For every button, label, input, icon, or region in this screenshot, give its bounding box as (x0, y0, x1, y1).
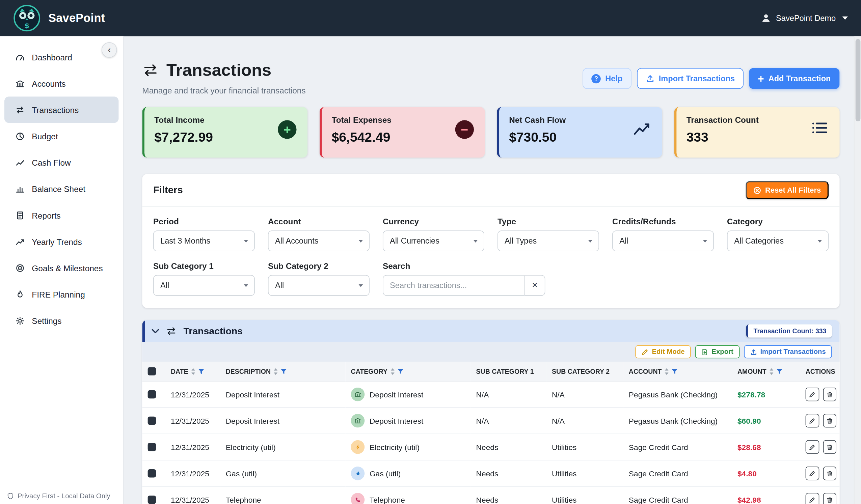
sidebar-item-cash-flow[interactable]: Cash Flow (4, 150, 119, 176)
filter-funnel-icon[interactable] (397, 368, 403, 374)
column-header-category[interactable]: CATEGORY (351, 367, 404, 375)
reset-all-filters-button[interactable]: Reset All Filters (746, 181, 829, 199)
category-select-value: All Categories (734, 237, 784, 245)
user-name: SavePoint Demo (776, 14, 836, 23)
sidebar-item-fire-planning[interactable]: FIRE Planning (4, 281, 119, 307)
sub-category-1-select[interactable]: All (153, 275, 255, 296)
select-all-checkbox[interactable] (148, 367, 156, 375)
table-row: 12/31/2025 Electricity (util) Electricit… (142, 434, 839, 460)
column-header-description[interactable]: DESCRIPTION (226, 367, 287, 375)
period-select[interactable]: Last 3 Months (153, 230, 255, 251)
import-transactions-button[interactable]: Import Transactions (637, 68, 744, 89)
transactions-section-icon (166, 326, 177, 336)
delete-row-button[interactable] (823, 440, 836, 454)
sidebar-item-goals[interactable]: Goals & Milestones (4, 255, 119, 281)
flame-icon (15, 290, 25, 299)
filter-funnel-icon[interactable] (281, 368, 287, 374)
brand[interactable]: $ SavePoint (13, 4, 105, 32)
delete-row-button[interactable] (823, 414, 836, 428)
cell-date: 12/31/2025 (165, 434, 220, 460)
search-input[interactable] (383, 275, 524, 296)
topbar: $ SavePoint SavePoint Demo (0, 0, 861, 36)
clear-search-button[interactable]: × (524, 275, 545, 296)
privacy-footer-label: Privacy First - Local Data Only (17, 492, 110, 500)
vertical-scrollbar[interactable] (854, 36, 861, 504)
filter-type: Type All Types (497, 217, 599, 251)
sidebar-item-reports[interactable]: Reports (4, 202, 119, 228)
x-circle-icon (754, 186, 762, 194)
sidebar-item-label: Yearly Trends (32, 237, 82, 246)
type-select-value: All Types (505, 237, 537, 245)
row-checkbox[interactable] (148, 495, 156, 504)
reset-button-label: Reset All Filters (765, 186, 821, 194)
total-income-card: Total Income $7,272.99 + (142, 107, 308, 157)
sidebar-item-yearly-trends[interactable]: Yearly Trends (4, 228, 119, 255)
import-transactions-toolbar-button[interactable]: Import Transactions (744, 345, 832, 358)
scrollbar-thumb[interactable] (856, 39, 861, 122)
category-select[interactable]: All Categories (727, 230, 829, 251)
column-label: SUB CATEGORY 2 (552, 367, 610, 375)
filter-funnel-icon[interactable] (198, 368, 204, 374)
edit-row-button[interactable] (806, 414, 819, 428)
credits-refunds-select[interactable]: All (612, 230, 714, 251)
cell-description: Electricity (util) (220, 434, 345, 460)
total-expenses-card: Total Expenses $6,542.49 − (319, 107, 485, 157)
transactions-table-panel: Transactions Transaction Count: 333 Edit… (142, 320, 839, 504)
add-transaction-button[interactable]: + Add Transaction (749, 68, 840, 89)
help-button[interactable]: ? Help (583, 68, 631, 89)
delete-row-button[interactable] (823, 388, 836, 402)
delete-row-button[interactable] (823, 493, 836, 504)
column-header-account[interactable]: ACCOUNT (629, 367, 678, 375)
cell-amount: $28.68 (732, 434, 800, 460)
row-checkbox[interactable] (148, 390, 156, 398)
filter-funnel-icon[interactable] (672, 368, 678, 374)
cell-amount: $4.80 (732, 460, 800, 487)
bar-chart-icon (15, 184, 25, 194)
edit-row-button[interactable] (806, 493, 819, 504)
edit-mode-button[interactable]: Edit Mode (636, 345, 691, 358)
user-menu[interactable]: SavePoint Demo (761, 13, 848, 23)
pencil-icon (809, 496, 816, 503)
filter-credits-refunds: Credits/Refunds All (612, 217, 714, 251)
chevron-down-icon (843, 16, 848, 20)
account-select[interactable]: All Accounts (268, 230, 370, 251)
sidebar-item-label: Goals & Milestones (32, 263, 102, 272)
sub-category-2-select[interactable]: All (268, 275, 370, 296)
row-checkbox[interactable] (148, 443, 156, 451)
column-label: DESCRIPTION (226, 367, 271, 375)
trash-icon (826, 391, 833, 398)
column-header-sub-category-1[interactable]: SUB CATEGORY 1 (476, 367, 534, 375)
type-select[interactable]: All Types (497, 230, 599, 251)
column-header-amount[interactable]: AMOUNT (737, 367, 782, 375)
cell-account: Sage Credit Card (624, 434, 732, 460)
filter-sub-category-2: Sub Category 2 All (268, 261, 370, 295)
sidebar-collapse-button[interactable]: ‹ (101, 42, 117, 58)
sidebar-item-transactions[interactable]: Transactions (4, 97, 119, 123)
filter-label: Category (727, 217, 829, 226)
sidebar-item-settings[interactable]: Settings (4, 307, 119, 334)
export-button[interactable]: Export (695, 345, 739, 358)
sidebar-item-accounts[interactable]: Accounts (4, 70, 119, 97)
sidebar-item-label: Transactions (32, 105, 79, 115)
transactions-title-icon (142, 63, 159, 77)
column-header-actions: ACTIONS (806, 367, 835, 375)
cell-sub1: N/A (470, 381, 546, 407)
dashboard-icon (15, 52, 25, 62)
delete-row-button[interactable] (823, 466, 836, 480)
transactions-section-header[interactable]: Transactions Transaction Count: 333 (142, 320, 839, 342)
chevron-down-icon[interactable] (152, 328, 159, 334)
currency-select[interactable]: All Currencies (383, 230, 484, 251)
sidebar-item-balance-sheet[interactable]: Balance Sheet (4, 176, 119, 202)
row-checkbox[interactable] (148, 417, 156, 425)
column-header-sub-category-2[interactable]: SUB CATEGORY 2 (552, 367, 610, 375)
close-icon: × (532, 280, 538, 291)
edit-row-button[interactable] (806, 388, 819, 402)
target-icon (15, 263, 25, 272)
edit-row-button[interactable] (806, 440, 819, 454)
edit-row-button[interactable] (806, 466, 819, 480)
sidebar-item-budget[interactable]: Budget (4, 123, 119, 149)
trash-icon (826, 496, 833, 503)
column-header-date[interactable]: DATE (171, 367, 204, 375)
row-checkbox[interactable] (148, 469, 156, 477)
filter-funnel-icon[interactable] (776, 368, 782, 374)
